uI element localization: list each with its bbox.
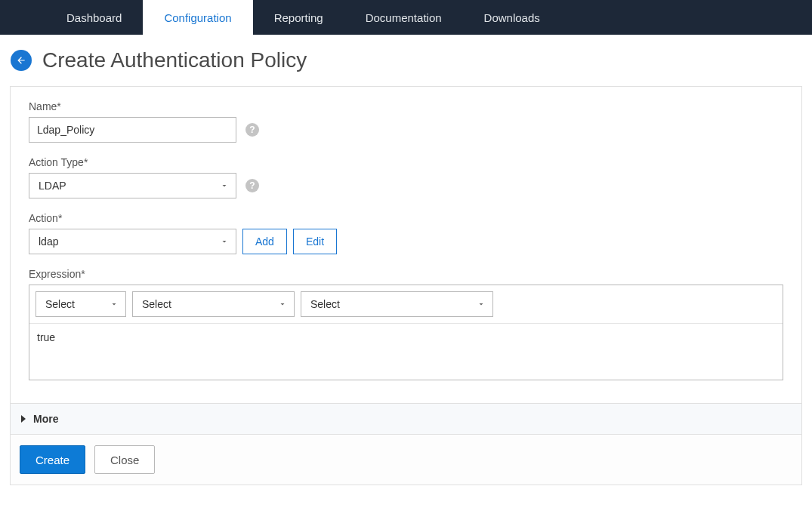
name-input[interactable] [29,117,236,143]
nav-configuration[interactable]: Configuration [143,0,252,35]
edit-button[interactable]: Edit [293,229,337,254]
action-type-select[interactable]: LDAP [29,173,236,198]
more-toggle[interactable]: More [10,403,802,435]
top-nav: Dashboard Configuration Reporting Docume… [0,0,812,35]
page-title: Create Authentication Policy [42,48,307,72]
name-label: Name* [29,100,783,112]
nav-dashboard[interactable]: Dashboard [45,0,143,35]
form-area: Name* ? Action Type* LDAP ? Action* ldap… [10,86,802,403]
action-type-label: Action Type* [29,156,783,168]
expression-select-3[interactable]: Select [301,291,493,317]
help-icon[interactable]: ? [245,123,259,137]
expression-select-1[interactable]: Select [36,291,126,317]
expression-label: Expression* [29,268,783,280]
nav-downloads[interactable]: Downloads [463,0,561,35]
back-button[interactable] [11,50,32,71]
arrow-left-icon [16,55,26,66]
action-label: Action* [29,212,783,224]
nav-reporting[interactable]: Reporting [253,0,344,35]
expression-box: Select Select Select [29,285,783,380]
help-icon[interactable]: ? [245,179,259,192]
nav-documentation[interactable]: Documentation [344,0,463,35]
close-button[interactable]: Close [94,445,155,474]
footer-bar: Create Close [10,435,802,485]
expression-textarea[interactable] [29,323,783,377]
caret-right-icon [21,415,27,423]
create-button[interactable]: Create [20,445,85,474]
more-label: More [33,413,58,425]
add-button[interactable]: Add [242,229,287,254]
action-select[interactable]: ldap [29,229,236,254]
page-header: Create Authentication Policy [0,35,812,86]
expression-select-2[interactable]: Select [132,291,295,317]
